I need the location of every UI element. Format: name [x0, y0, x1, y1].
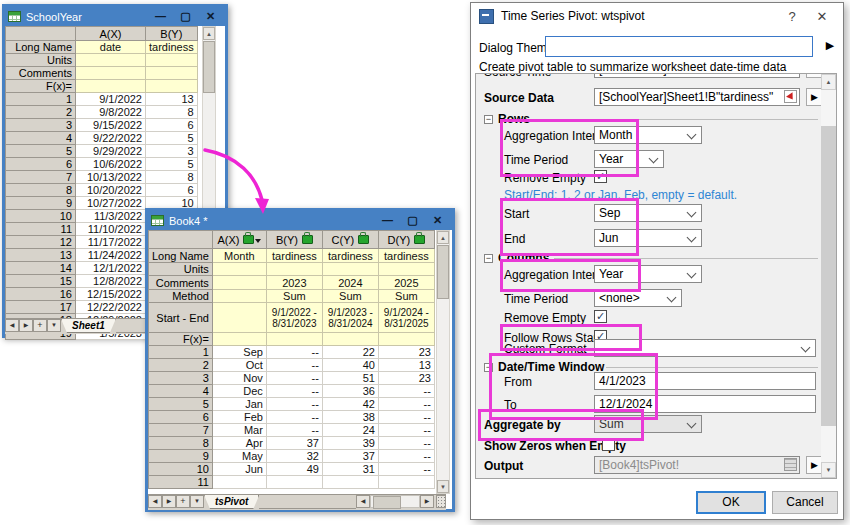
row-header[interactable]: 1 [6, 93, 76, 106]
row-header[interactable]: 15 [6, 275, 76, 288]
add-sheet-icon[interactable]: + [33, 319, 47, 332]
data-cell[interactable]: -- [266, 385, 322, 398]
meta-cell[interactable]: tardiness [322, 249, 378, 263]
data-cell[interactable]: 12/8/2022 [76, 275, 146, 288]
meta-cell[interactable] [146, 54, 198, 67]
minimize-icon[interactable]: — [148, 7, 173, 26]
row-header[interactable]: 13 [6, 249, 76, 262]
row-header[interactable]: 12 [6, 236, 76, 249]
schoolyear-titlebar[interactable]: SchoolYear — ▢ ✕ [5, 7, 225, 26]
source-time-input[interactable]: [SchoolYear]Sheet1!A"date" [594, 73, 800, 78]
dialog-theme-input[interactable] [545, 36, 813, 57]
data-cell[interactable]: 9/8/2022 [76, 106, 146, 119]
scroll-up-icon[interactable]: ▲ [821, 74, 836, 90]
row-header[interactable]: 9 [149, 450, 213, 463]
corner-cell[interactable] [149, 231, 213, 249]
meta-cell[interactable] [212, 263, 266, 276]
meta-cell[interactable] [266, 263, 322, 276]
data-cell[interactable]: Nov [212, 372, 266, 385]
ok-button[interactable]: OK [696, 491, 766, 514]
sheet-tab-tspivot[interactable]: tsPivot [204, 495, 259, 509]
dialog-titlebar[interactable]: Time Series Pivot: wtspivot ? ✕ [471, 3, 843, 29]
scroll-down-icon[interactable]: ▼ [821, 462, 836, 478]
column-header[interactable]: A(X) [76, 27, 146, 41]
corner-cell[interactable] [6, 27, 76, 41]
maximize-icon[interactable]: ▢ [173, 7, 198, 26]
row-label[interactable]: Start - End [149, 303, 213, 333]
meta-cell[interactable] [322, 263, 378, 276]
meta-cell[interactable] [212, 276, 266, 290]
data-cell[interactable]: 10/6/2022 [76, 158, 146, 171]
row-label[interactable]: Long Name [6, 41, 76, 54]
rows-end-select[interactable]: Jun [594, 229, 702, 247]
data-cell[interactable]: -- [266, 372, 322, 385]
rows-start-select[interactable]: Sep [594, 204, 702, 222]
row-header[interactable]: 2 [6, 106, 76, 119]
scroll-up-icon[interactable]: ▲ [437, 231, 449, 244]
custom-format-select[interactable] [594, 339, 816, 357]
data-cell[interactable]: 11/10/2022 [76, 223, 146, 236]
row-header[interactable]: 2 [149, 359, 213, 372]
data-cell[interactable]: 12/15/2022 [76, 288, 146, 301]
meta-cell[interactable]: 9/1/2023 -8/31/2024 [322, 303, 378, 333]
datetime-window-collapse-icon[interactable]: − [484, 363, 493, 372]
meta-cell[interactable] [378, 263, 434, 276]
show-zeros-checkbox[interactable] [602, 438, 615, 451]
output-selector-icon[interactable] [784, 458, 797, 471]
row-label[interactable]: Comments [149, 276, 213, 290]
meta-cell[interactable]: 2024 [322, 276, 378, 290]
row-header[interactable]: 6 [6, 158, 76, 171]
data-cell[interactable]: 42 [322, 398, 378, 411]
meta-cell[interactable] [76, 80, 146, 93]
data-cell[interactable]: -- [378, 398, 434, 411]
meta-cell[interactable] [76, 54, 146, 67]
meta-cell[interactable] [378, 333, 434, 346]
data-cell[interactable]: -- [378, 450, 434, 463]
sheet-tab-sheet1[interactable]: Sheet1 [61, 319, 116, 333]
column-header[interactable]: B(Y) [146, 27, 198, 41]
data-cell[interactable] [378, 476, 434, 489]
sheet-list-icon[interactable]: ▼ [47, 319, 61, 332]
columns-aggregation-interval-select[interactable]: Year [594, 265, 702, 283]
row-header[interactable]: 1 [149, 346, 213, 359]
data-cell[interactable]: Apr [212, 437, 266, 450]
row-header[interactable]: 14 [6, 262, 76, 275]
data-cell[interactable]: 3 [146, 145, 198, 158]
row-header[interactable]: 11 [6, 223, 76, 236]
meta-cell[interactable] [322, 333, 378, 346]
aggregate-by-select[interactable]: Sum [594, 415, 702, 433]
row-label[interactable]: Method [149, 290, 213, 303]
tab-last-icon[interactable]: ▶ [162, 495, 176, 508]
resize-grip[interactable] [436, 495, 446, 508]
hscroll-left-icon[interactable]: ◀ [356, 495, 370, 508]
rows-remove-empty-checkbox[interactable]: ✓ [594, 170, 607, 183]
tab-first-icon[interactable]: ◀ [5, 319, 19, 332]
data-cell[interactable]: 9/22/2022 [76, 132, 146, 145]
data-cell[interactable] [322, 476, 378, 489]
data-cell[interactable]: 9/15/2022 [76, 119, 146, 132]
scroll-thumb[interactable] [437, 245, 449, 299]
meta-cell[interactable]: date [76, 41, 146, 54]
data-cell[interactable]: Mar [212, 424, 266, 437]
data-cell[interactable]: Feb [212, 411, 266, 424]
data-cell[interactable]: 12/22/2022 [76, 301, 146, 314]
columns-time-period-select[interactable]: <none> [594, 289, 682, 307]
row-header[interactable]: 6 [149, 411, 213, 424]
data-cell[interactable]: May [212, 450, 266, 463]
data-cell[interactable]: 31 [322, 463, 378, 476]
row-header[interactable]: 10 [6, 210, 76, 223]
close-icon[interactable]: ✕ [198, 7, 223, 26]
data-cell[interactable] [212, 476, 266, 489]
meta-cell[interactable] [146, 67, 198, 80]
data-cell[interactable]: 40 [322, 359, 378, 372]
close-icon[interactable]: ✕ [425, 211, 450, 230]
row-label[interactable]: F(x)= [6, 80, 76, 93]
data-cell[interactable]: -- [378, 385, 434, 398]
row-header[interactable]: 5 [6, 145, 76, 158]
data-cell[interactable]: 10/13/2022 [76, 171, 146, 184]
data-cell[interactable]: -- [266, 346, 322, 359]
columns-collapse-icon[interactable]: − [484, 254, 493, 263]
meta-cell[interactable] [76, 67, 146, 80]
book4-titlebar[interactable]: Book4 * — ▢ ✕ [148, 211, 452, 230]
data-cell[interactable]: -- [378, 411, 434, 424]
